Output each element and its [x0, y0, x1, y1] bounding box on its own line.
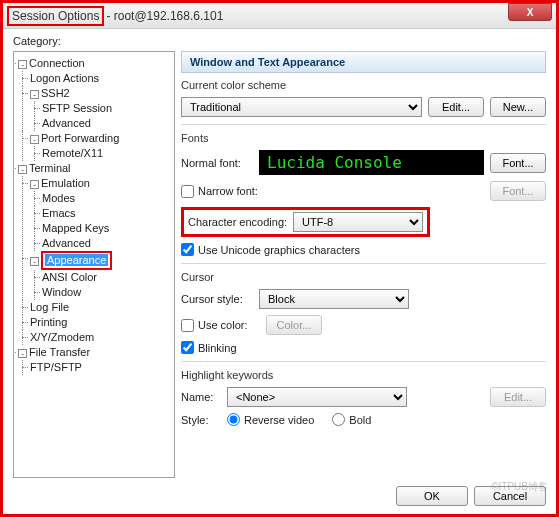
hk-name-label: Name:: [181, 391, 221, 403]
category-tree[interactable]: -Connection Logon Actions -SSH2 SFTP Ses…: [13, 51, 175, 478]
window-title: Session Options: [7, 6, 104, 26]
unicode-chk-label: Use Unicode graphics characters: [198, 244, 360, 256]
tree-advanced[interactable]: Advanced: [42, 237, 91, 249]
narrow-font-checkbox[interactable]: [181, 185, 194, 198]
normal-font-label: Normal font:: [181, 157, 253, 169]
tree-logon[interactable]: Logon Actions: [30, 72, 99, 84]
encoding-highlight: Character encoding: UTF-8: [181, 207, 430, 237]
use-color-label: Use color:: [198, 319, 248, 331]
tree-window[interactable]: Window: [42, 286, 81, 298]
use-color-checkbox[interactable]: [181, 319, 194, 332]
tree-logfile[interactable]: Log File: [30, 301, 69, 313]
cursor-style-select[interactable]: Block: [259, 289, 409, 309]
tree-xyzmodem[interactable]: X/Y/Zmodem: [30, 331, 94, 343]
hk-name-select[interactable]: <None>: [227, 387, 407, 407]
tree-ansi[interactable]: ANSI Color: [42, 271, 97, 283]
tree-modes[interactable]: Modes: [42, 192, 75, 204]
color-button: Color...: [266, 315, 323, 335]
category-label: Category:: [13, 35, 546, 47]
hk-rv-label: Reverse video: [244, 414, 314, 426]
hk-rv-radio[interactable]: [227, 413, 240, 426]
scheme-select[interactable]: Traditional: [181, 97, 422, 117]
panel-header: Window and Text Appearance: [181, 51, 546, 73]
toggle-icon[interactable]: -: [30, 257, 39, 266]
blinking-label: Blinking: [198, 342, 237, 354]
titlebar: Session Options - root@192.168.6.101 X: [3, 3, 556, 29]
toggle-icon[interactable]: -: [30, 180, 39, 189]
hk-style-label: Style:: [181, 414, 221, 426]
tree-filetransfer[interactable]: File Transfer: [29, 346, 90, 358]
font-button[interactable]: Font...: [490, 153, 546, 173]
tree-ftpsftp[interactable]: FTP/SFTP: [30, 361, 82, 373]
toggle-icon[interactable]: -: [30, 90, 39, 99]
blinking-checkbox[interactable]: [181, 341, 194, 354]
tree-advanced[interactable]: Advanced: [42, 117, 91, 129]
tree-sftp[interactable]: SFTP Session: [42, 102, 112, 114]
tree-emulation[interactable]: Emulation: [41, 177, 90, 189]
narrow-font-button: Font...: [490, 181, 546, 201]
narrow-font-label: Narrow font:: [198, 185, 258, 197]
hk-group-label: Highlight keywords: [181, 369, 546, 381]
hk-bold-radio[interactable]: [332, 413, 345, 426]
scheme-new-button[interactable]: New...: [490, 97, 546, 117]
toggle-icon[interactable]: -: [18, 60, 27, 69]
toggle-icon[interactable]: -: [18, 349, 27, 358]
tree-ssh2[interactable]: SSH2: [41, 87, 70, 99]
scheme-group-label: Current color scheme: [181, 79, 546, 91]
hk-bold-label: Bold: [349, 414, 371, 426]
close-button[interactable]: X: [508, 3, 552, 21]
scheme-edit-button[interactable]: Edit...: [428, 97, 484, 117]
font-preview: Lucida Console: [259, 150, 484, 175]
unicode-chk[interactable]: [181, 243, 194, 256]
cancel-button[interactable]: Cancel: [474, 486, 546, 506]
toggle-icon[interactable]: -: [18, 165, 27, 174]
tree-mapped[interactable]: Mapped Keys: [42, 222, 109, 234]
close-icon: X: [527, 7, 534, 18]
tree-remotex[interactable]: Remote/X11: [42, 147, 103, 159]
window-title-suffix: - root@192.168.6.101: [104, 9, 223, 23]
tree-appearance[interactable]: Appearance: [45, 254, 108, 266]
tree-connection[interactable]: Connection: [29, 57, 85, 69]
tree-printing[interactable]: Printing: [30, 316, 67, 328]
hk-edit-button: Edit...: [490, 387, 546, 407]
cursor-style-label: Cursor style:: [181, 293, 253, 305]
ok-button[interactable]: OK: [396, 486, 468, 506]
cursor-group-label: Cursor: [181, 271, 546, 283]
tree-terminal[interactable]: Terminal: [29, 162, 71, 174]
tree-portfwd[interactable]: Port Forwarding: [41, 132, 119, 144]
toggle-icon[interactable]: -: [30, 135, 39, 144]
encoding-select[interactable]: UTF-8: [293, 212, 423, 232]
fonts-group-label: Fonts: [181, 132, 546, 144]
encoding-label: Character encoding:: [188, 216, 287, 228]
tree-emacs[interactable]: Emacs: [42, 207, 76, 219]
